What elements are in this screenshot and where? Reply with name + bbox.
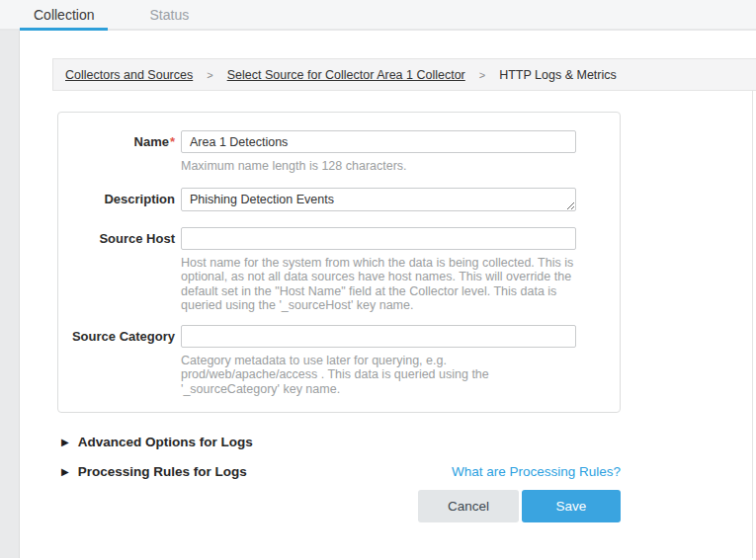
tab-status[interactable]: Status [135, 0, 203, 29]
breadcrumb-current-page: HTTP Logs & Metrics [499, 68, 617, 82]
expand-triangle-icon[interactable]: ▶ [61, 466, 69, 477]
source-host-helper-text: Host name for the system from which the … [181, 256, 574, 313]
name-input[interactable] [181, 130, 576, 153]
breadcrumb-collectors-and-sources[interactable]: Collectors and Sources [65, 68, 193, 82]
description-label: Description [58, 188, 175, 215]
tab-collection[interactable]: Collection [20, 0, 108, 29]
cancel-button[interactable]: Cancel [418, 490, 519, 522]
breadcrumb: Collectors and Sources > Select Source f… [52, 58, 756, 91]
processing-rules-section: ▶ Processing Rules for Logs What are Pro… [61, 464, 621, 479]
source-host-input[interactable] [181, 227, 576, 250]
right-panel-divider [752, 91, 753, 558]
source-category-label: Source Category [58, 325, 175, 397]
save-button[interactable]: Save [522, 490, 621, 522]
content-panel: Collectors and Sources > Select Source f… [20, 31, 756, 558]
expand-triangle-icon[interactable]: ▶ [61, 437, 69, 447]
action-buttons-row: Cancel Save [57, 490, 621, 522]
source-category-helper-text: Category metadata to use later for query… [181, 354, 574, 397]
advanced-options-title[interactable]: Advanced Options for Logs [78, 435, 253, 449]
name-label: Name* [58, 130, 175, 176]
required-asterisk: * [170, 134, 175, 149]
source-category-field-row: Source Category Category metadata to use… [58, 325, 620, 397]
breadcrumb-select-source[interactable]: Select Source for Collector Area 1 Colle… [227, 68, 465, 82]
processing-rules-title[interactable]: Processing Rules for Logs [78, 464, 247, 479]
breadcrumb-separator-icon: > [479, 69, 485, 81]
left-gutter [0, 31, 20, 558]
source-category-input[interactable] [181, 325, 576, 348]
source-host-label: Source Host [58, 227, 175, 313]
main-area: Collectors and Sources > Select Source f… [0, 31, 756, 558]
name-field-row: Name* Maximum name length is 128 charact… [58, 130, 620, 176]
description-field-row: Description Phishing Detection Events [58, 188, 620, 215]
name-label-text: Name [134, 134, 169, 149]
top-tab-bar: Collection Status [0, 0, 756, 31]
source-host-field-row: Source Host Host name for the system fro… [58, 227, 620, 313]
source-config-card: Name* Maximum name length is 128 charact… [57, 112, 621, 413]
name-helper-text: Maximum name length is 128 characters. [181, 159, 574, 174]
description-input[interactable]: Phishing Detection Events [181, 188, 576, 211]
what-are-processing-rules-link[interactable]: What are Processing Rules? [452, 464, 621, 479]
advanced-options-section[interactable]: ▶ Advanced Options for Logs [61, 435, 621, 449]
breadcrumb-separator-icon: > [207, 69, 212, 81]
